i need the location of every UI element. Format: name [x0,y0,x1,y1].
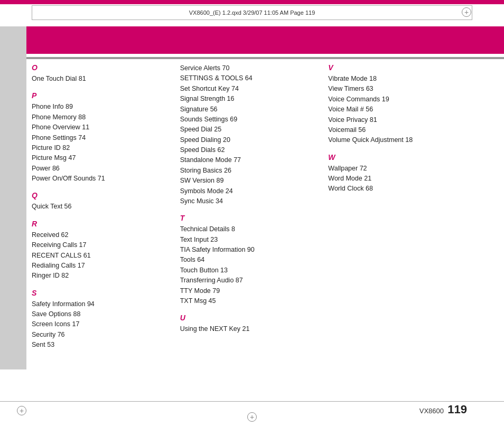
index-entry: Received 62 [32,230,172,240]
index-entry: Save Options 88 [32,309,172,319]
index-entry: Using the NEXT Key 21 [180,324,320,334]
pink-banner [0,26,504,54]
index-entry: Receiving Calls 17 [32,240,172,250]
section-letter: R [32,220,172,228]
index-entry: Volume Quick Adjustment 18 [328,135,468,145]
index-entry: Set Shortcut Key 74 [180,84,320,94]
doc-label-text: VX8600_(E) 1.2.qxd 3/29/07 11:05 AM Page… [38,10,466,16]
index-entry: Storing Basics 26 [180,166,320,176]
doc-label: VX8600_(E) 1.2.qxd 3/29/07 11:05 AM Page… [32,5,472,20]
gray-divider [0,57,504,59]
index-entry: Speed Dials 62 [180,145,320,155]
reg-mark-bottom-center [247,412,257,422]
footer-page-number: 119 [447,403,467,416]
index-entry: Word Mode 21 [328,174,468,184]
index-entry: Voice Mail # 56 [328,105,468,115]
index-entry: Text Input 23 [180,235,320,245]
column-1: OOne Touch Dial 81PPhone Info 89Phone Me… [32,63,176,395]
header-bar [0,0,504,4]
index-entry: Phone Memory 88 [32,112,172,122]
index-entry: Wallpaper 72 [328,164,468,174]
index-entry: Phone Settings 74 [32,133,172,143]
index-entry: Power On/Off Sounds 71 [32,174,172,184]
index-section: PPhone Info 89Phone Memory 88Phone Overv… [32,91,172,184]
section-letter: O [32,63,172,72]
index-entry: TIA Safety Information 90 [180,245,320,255]
index-section: VVibrate Mode 18View Timers 63Voice Comm… [328,63,468,146]
footer-line [0,401,504,402]
index-entry: Speed Dialing 20 [180,135,320,145]
section-letter: V [328,63,468,72]
index-entry: View Timers 63 [328,84,468,94]
index-entry: Vibrate Mode 18 [328,74,468,84]
index-entry: Voice Privacy 81 [328,115,468,125]
column-2: Service Alerts 70SETTINGS & TOOLS 64Set … [176,63,324,395]
index-entry: Phone Overview 11 [32,122,172,132]
index-entry: Security 76 [32,330,172,340]
reg-mark-top-right [462,7,471,17]
index-section: Service Alerts 70SETTINGS & TOOLS 64Set … [180,63,320,206]
section-letter: T [180,214,320,222]
section-letter: S [32,289,172,297]
index-entry: Quick Text 56 [32,202,172,212]
index-entry: Transferring Audio 87 [180,276,320,286]
section-letter: P [32,91,172,100]
left-margin-bar [0,26,26,369]
index-entry: Redialing Calls 17 [32,261,172,271]
index-entry: Picture ID 82 [32,143,172,153]
index-entry: Sounds Settings 69 [180,115,320,125]
index-entry: Technical Details 8 [180,224,320,234]
index-entry: Symbols Mode 24 [180,186,320,196]
index-entry: Voicemail 56 [328,125,468,135]
index-entry: Ringer ID 82 [32,271,172,281]
index-entry: Touch Button 13 [180,265,320,276]
section-letter: W [328,153,468,162]
index-entry: One Touch Dial 81 [32,74,172,84]
index-entry: TTY Mode 79 [180,286,320,296]
index-section: WWallpaper 72Word Mode 21World Clock 68 [328,153,468,194]
index-entry: Screen Icons 17 [32,319,172,329]
footer-text: VX8600 119 [419,403,467,416]
index-entry: Signature 56 [180,105,320,115]
footer-brand: VX8600 [419,407,444,415]
index-section: QQuick Text 56 [32,191,172,212]
index-section: OOne Touch Dial 81 [32,63,172,84]
index-entry: SW Version 89 [180,176,320,186]
section-letter: U [180,314,320,322]
reg-mark-bottom-left [17,406,26,415]
index-entry: World Clock 68 [328,184,468,194]
index-entry: Voice Commands 19 [328,94,468,105]
index-entry: SETTINGS & TOOLS 64 [180,73,320,83]
section-letter: Q [32,191,172,200]
index-section: TTechnical Details 8Text Input 23TIA Saf… [180,214,320,306]
index-entry: Signal Strength 16 [180,94,320,104]
index-entry: Service Alerts 70 [180,63,320,73]
index-entry: Tools 64 [180,255,320,265]
index-entry: Safety Information 94 [32,299,172,309]
index-section: SSafety Information 94Save Options 88Scr… [32,289,172,350]
index-section: RReceived 62Receiving Calls 17RECENT CAL… [32,220,172,281]
index-entry: TXT Msg 45 [180,296,320,306]
index-entry: Sync Music 34 [180,196,320,206]
index-entry: Standalone Mode 77 [180,155,320,165]
index-entry: Power 86 [32,164,172,174]
index-entry: RECENT CALLS 61 [32,251,172,261]
column-3: VVibrate Mode 18View Timers 63Voice Comm… [324,63,472,395]
index-entry: Phone Info 89 [32,102,172,112]
index-entry: Picture Msg 47 [32,153,172,163]
index-entry: Sent 53 [32,340,172,350]
index-section: UUsing the NEXT Key 21 [180,314,320,334]
index-entry: Speed Dial 25 [180,125,320,135]
main-content: OOne Touch Dial 81PPhone Info 89Phone Me… [32,63,472,395]
